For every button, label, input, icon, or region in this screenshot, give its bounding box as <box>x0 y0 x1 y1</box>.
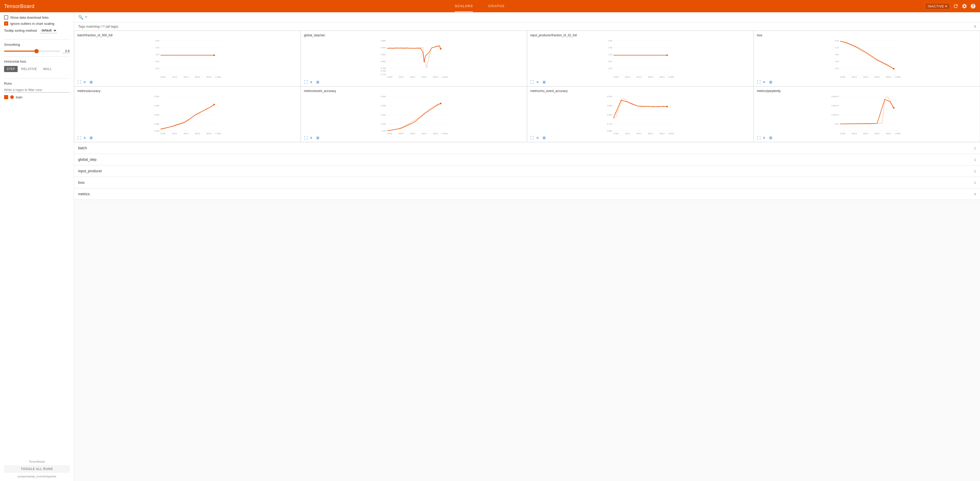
expand-icon-3[interactable]: ⛶ <box>757 80 762 84</box>
help-icon[interactable] <box>970 3 976 9</box>
svg-text:3.00e+3: 3.00e+3 <box>831 96 839 98</box>
horizontal-axis-label: Horizontal Axis <box>4 59 70 64</box>
data-icon-1[interactable]: ≡ <box>310 80 315 84</box>
data-icon-2[interactable]: ≡ <box>536 80 541 84</box>
svg-text:200.0: 200.0 <box>172 76 177 78</box>
search-input[interactable] <box>85 15 976 19</box>
svg-text:0.400: 0.400 <box>154 123 159 125</box>
svg-text:2.00: 2.00 <box>155 46 159 49</box>
svg-text:600.0: 600.0 <box>648 76 653 78</box>
data-icon-5[interactable]: ≡ <box>310 136 315 140</box>
smoothing-row: 0.6 <box>4 49 70 53</box>
chart-metrics-no-event-accuracy: metrics/no_event_accuracy 0.920 0.860 0.… <box>527 86 754 142</box>
sidebar-footer: TensorBoard TOGGLE ALL RUNS src/py/melod… <box>4 456 70 478</box>
run-train-checkbox[interactable] <box>4 95 8 99</box>
svg-text:0.840: 0.840 <box>381 46 386 49</box>
status-dropdown[interactable]: INACTIVE ▾ <box>925 3 950 10</box>
axis-step-button[interactable]: STEP <box>4 66 18 72</box>
svg-text:400.0: 400.0 <box>183 132 189 135</box>
svg-text:1.000k: 1.000k <box>441 76 448 78</box>
download-icon-1[interactable]: ⊞ <box>316 80 321 84</box>
toggle-all-button[interactable]: TOGGLE ALL RUNS <box>4 465 70 473</box>
axis-wall-button[interactable]: WALL <box>40 66 54 72</box>
data-icon-6[interactable]: ≡ <box>536 136 541 140</box>
svg-text:0.200: 0.200 <box>381 114 386 116</box>
expand-icon-2[interactable]: ⛶ <box>530 80 535 84</box>
smoothing-slider[interactable] <box>4 51 60 52</box>
svg-text:800.0: 800.0 <box>659 132 665 135</box>
data-icon-7[interactable]: ≡ <box>763 136 768 140</box>
expand-icon-4[interactable]: ⛶ <box>77 136 82 140</box>
svg-text:200.0: 200.0 <box>625 132 630 135</box>
tags-count: 8 <box>974 25 976 29</box>
chart-controls-0: ⛶ ≡ ⊞ <box>77 80 298 84</box>
svg-text:0.000: 0.000 <box>161 132 166 135</box>
smoothing-value: 0.6 <box>62 49 70 53</box>
svg-text:600.0: 600.0 <box>875 76 880 78</box>
svg-text:1.000k: 1.000k <box>215 132 221 135</box>
svg-text:0.680: 0.680 <box>607 130 612 132</box>
svg-text:-1.00: -1.00 <box>608 67 612 70</box>
svg-text:1.00: 1.00 <box>155 53 159 56</box>
svg-text:800.0: 800.0 <box>207 132 212 135</box>
download-icon-6[interactable]: ⊞ <box>542 136 547 140</box>
show-download-checkbox[interactable] <box>4 15 8 19</box>
download-icon-5[interactable]: ⊞ <box>316 136 321 140</box>
download-icon-4[interactable]: ⊞ <box>90 136 94 140</box>
expand-icon-1[interactable]: ⛶ <box>304 80 309 84</box>
download-icon-2[interactable]: ⊞ <box>542 80 547 84</box>
section-loss[interactable]: loss 1 <box>74 177 980 188</box>
smoothing-thumb <box>35 49 38 53</box>
run-train-dot <box>10 96 14 99</box>
settings-icon[interactable] <box>962 3 967 9</box>
nav-graphs[interactable]: GRAPHS <box>488 0 504 12</box>
expand-icon-5[interactable]: ⛶ <box>304 136 309 140</box>
svg-text:3.00: 3.00 <box>155 40 159 42</box>
svg-point-90 <box>213 104 215 105</box>
data-icon-0[interactable]: ≡ <box>84 80 88 84</box>
section-global-step[interactable]: global_step 1 <box>74 154 980 166</box>
expand-icon-7[interactable]: ⛶ <box>757 136 762 140</box>
svg-text:0.000: 0.000 <box>840 132 845 135</box>
tooltip-row: Tooltip sorting method: default <box>4 28 70 33</box>
refresh-icon[interactable] <box>953 3 959 9</box>
download-icon-3[interactable]: ⊞ <box>769 80 774 84</box>
svg-point-55 <box>666 54 668 56</box>
ignore-outliers-checkbox[interactable] <box>4 21 8 25</box>
svg-text:0.760: 0.760 <box>381 70 386 72</box>
chart-area-2: 3.00 2.00 1.00 0.00 -1.00 0.000 200.0 40… <box>530 38 750 79</box>
tensorboard-watermark: TensorBoard <box>29 460 45 463</box>
smoothing-track <box>4 51 38 52</box>
svg-text:800.0: 800.0 <box>886 132 891 135</box>
svg-text:1.40: 1.40 <box>835 61 839 63</box>
runs-label: Runs <box>4 81 70 85</box>
data-icon-3[interactable]: ≡ <box>763 80 768 84</box>
download-icon-7[interactable]: ⊞ <box>769 136 774 140</box>
chart-controls-6: ⛶ ≡ ⊞ <box>530 136 750 140</box>
svg-text:400.0: 400.0 <box>863 76 869 78</box>
expand-icon-6[interactable]: ⛶ <box>530 136 535 140</box>
section-batch[interactable]: batch 1 <box>74 142 980 154</box>
svg-text:800.0: 800.0 <box>433 76 438 78</box>
chart-area-5: 0.400 0.300 0.200 0.100 0.00 0.000 200.0… <box>304 94 524 135</box>
chart-controls-7: ⛶ ≡ ⊞ <box>757 136 977 140</box>
section-metrics[interactable]: metrics 4 <box>74 188 980 200</box>
svg-text:0.000: 0.000 <box>613 76 619 78</box>
svg-text:400.0: 400.0 <box>183 76 189 78</box>
runs-filter-input[interactable] <box>4 88 70 92</box>
download-icon-0[interactable]: ⊞ <box>90 80 94 84</box>
data-icon-4[interactable]: ≡ <box>84 136 88 140</box>
tooltip-sorting-select[interactable]: default <box>40 28 57 33</box>
chart-title-3: loss <box>757 33 977 37</box>
svg-point-107 <box>440 103 441 104</box>
axis-relative-button[interactable]: RELATIVE <box>19 66 39 72</box>
chart-title-7: metrics/perplexity <box>757 89 977 93</box>
chart-title-2: input_producer/fraction_of_32_full <box>530 33 750 37</box>
tooltip-sorting-label: Tooltip sorting method: <box>4 29 38 32</box>
svg-text:200.0: 200.0 <box>399 132 404 135</box>
expand-icon-0[interactable]: ⛶ <box>77 80 82 84</box>
smoothing-label: Smoothing <box>4 43 70 46</box>
svg-text:0.800: 0.800 <box>381 61 386 63</box>
section-input-producer[interactable]: input_producer 1 <box>74 166 980 177</box>
nav-scalars[interactable]: SCALARS <box>455 0 473 12</box>
